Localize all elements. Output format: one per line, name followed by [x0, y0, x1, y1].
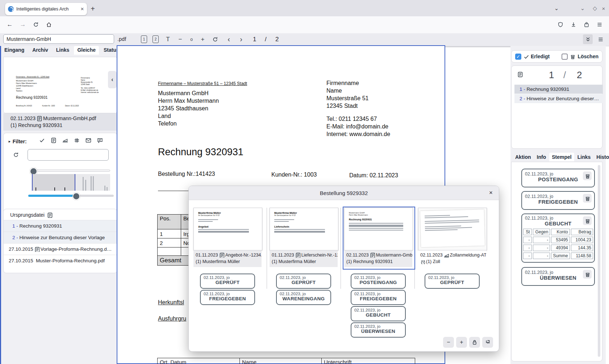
single-page-view-button[interactable]: 1: [139, 34, 149, 44]
browser-titlebar: Intelligentes digitales Arch ✕ + ⌄ ⌄ ◇ ×: [0, 0, 609, 16]
browser-navbar: ← → https://dms.spiraltrax.com Suchen: [0, 16, 609, 34]
right-tabs: Aktion Info Stempel Links Historie: [513, 153, 609, 161]
tab-eingang[interactable]: Eingang: [1, 46, 28, 55]
tab-stempel[interactable]: Stempel: [549, 153, 574, 161]
thumbnail-caption[interactable]: 02.11.2023Mustermann-Gmb… (1) Rechnung 9…: [344, 250, 412, 267]
page-list-item-selected[interactable]: 1 - Rechnung 9320931: [514, 85, 603, 94]
scanner-filter-icon[interactable]: [62, 137, 68, 144]
zoom-out-button[interactable]: −: [175, 34, 185, 44]
thumbnail-lieferschein[interactable]: Musterfirma Müller Ihr Servicepartner fü…: [270, 208, 338, 250]
tab-title: Intelligentes digitales Arch: [16, 7, 78, 12]
delete-stamp-button[interactable]: [583, 172, 592, 180]
stamp-posteingang[interactable]: 02.11.2023, jo POSTEINGANG: [351, 274, 406, 289]
forward-button[interactable]: →: [17, 19, 28, 30]
filter-expand-arrow-icon[interactable]: ►: [8, 140, 11, 143]
minimize-button[interactable]: ⌄: [577, 3, 588, 13]
mini-doc-company: Musterfirma Müller: [274, 212, 334, 214]
prev-page-button[interactable]: ‹: [224, 34, 234, 44]
stamp-geprueft[interactable]: 02.11.2023, jo GEPRÜFT: [425, 274, 480, 289]
next-page-button[interactable]: ›: [236, 34, 246, 44]
app-toolbar: .pdf 1 2 T − o + ‹ › 1 / 2: [0, 33, 609, 46]
filter-reload-icon[interactable]: [13, 152, 20, 159]
back-button[interactable]: ←: [4, 19, 15, 30]
stamp-posteingang[interactable]: 02.11.2023, jo POSTEINGANG: [521, 169, 595, 187]
app-menu-icon[interactable]: [596, 34, 605, 44]
chat-filter-icon[interactable]: [97, 137, 103, 144]
document-filter-icon[interactable]: [51, 137, 57, 144]
tab-links[interactable]: Links: [53, 46, 73, 55]
extensions-icon[interactable]: [581, 19, 592, 30]
stamp-ueberwiesen[interactable]: 02.11.2023, jo ÜBERWIESEN: [521, 267, 595, 286]
tab-aktion[interactable]: Aktion: [513, 153, 534, 161]
downloads-icon[interactable]: [568, 19, 579, 30]
stamp-gebucht[interactable]: 02.11.2023, jo GEBUCHT St Gegen Konto Be…: [521, 213, 595, 263]
range-slider-handle[interactable]: [72, 192, 80, 200]
loeschen-checkbox[interactable]: [562, 54, 568, 60]
delete-stamp-button[interactable]: [583, 194, 592, 203]
file-list-item-selected[interactable]: 02.11.2023Mustermann-GmbH.pdf (1) Rechnu…: [3, 113, 117, 131]
thumbnail-zollanmeldung[interactable]: [418, 208, 487, 250]
stamp-gebucht[interactable]: 02.11.2023, jo GEBUCHT: [351, 306, 406, 321]
tab-archiv[interactable]: Archiv: [29, 46, 51, 55]
filter-text-input[interactable]: [28, 149, 109, 161]
home-button[interactable]: [43, 19, 54, 30]
thumbnail-rechnung-selected[interactable]: Mustermann GmbH Herrn Max Mustermann Rec…: [344, 208, 413, 250]
rotate-icon[interactable]: [210, 34, 220, 44]
doc-meta-order: Bestellung Nr.:141423: [158, 171, 215, 177]
stamp-freigegeben[interactable]: 02.11.2023, jo FREIGEGEBEN: [200, 290, 255, 305]
tab-gleiche[interactable]: Gleiche: [74, 46, 99, 55]
source-page-item[interactable]: 1 - Rechnung 9320931: [4, 220, 117, 232]
stamps-scrollbar[interactable]: [598, 165, 600, 357]
tab-info[interactable]: Info: [534, 153, 549, 161]
tab-historie[interactable]: Historie: [594, 153, 609, 161]
source-file-item[interactable]: 27.10.2015Vorlage-Proforma-Rechnung.d…: [4, 243, 117, 255]
delete-stamp-button[interactable]: [583, 270, 592, 279]
source-page-item[interactable]: 2 - Hinweise zur Benutzung dieser Vorlag…: [4, 232, 117, 243]
preview-meta: Kunden-Nr.: 1003: [42, 105, 55, 107]
close-window-button[interactable]: ×: [598, 3, 609, 13]
column-divider: [341, 208, 341, 289]
zoom-slider-track[interactable]: [32, 170, 110, 172]
tab-close-icon[interactable]: ✕: [80, 7, 84, 12]
collapse-panel-button[interactable]: ‹: [108, 71, 117, 88]
dock-icon[interactable]: [482, 337, 493, 348]
zoom-reset-button[interactable]: o: [187, 34, 196, 44]
stamp-geprueft[interactable]: 02.11.2023, jo GEPRÜFT: [200, 274, 255, 289]
zoom-in-button[interactable]: +: [198, 34, 208, 44]
text-tool-button[interactable]: T: [163, 34, 173, 44]
stamp-ueberwiesen[interactable]: 02.11.2023, jo ÜBERWIESEN: [351, 322, 406, 338]
stamp-wareneingang[interactable]: 02.11.2023, jo WARENEINGANG: [276, 290, 331, 305]
stamp-geprueft[interactable]: 02.11.2023, jo GEPRÜFT: [276, 274, 331, 289]
histogram-selected-range: [32, 174, 75, 191]
modal-zoom-out-button[interactable]: −: [443, 337, 454, 348]
browser-tab[interactable]: Intelligentes digitales Arch ✕: [5, 3, 87, 15]
new-tab-button[interactable]: +: [88, 4, 98, 14]
menu-icon[interactable]: [594, 19, 605, 30]
checkmark-filter-icon[interactable]: [39, 137, 45, 144]
reload-button[interactable]: [30, 19, 41, 30]
grid-filter-icon[interactable]: [74, 137, 80, 144]
thumbnail-caption[interactable]: 02.11.2023Zollanmeldung-AT… (1) Zoll: [418, 250, 486, 267]
thumbnail-angebot[interactable]: Musterfirma Müller Ihr Servicepartner fü…: [193, 208, 262, 250]
source-file-item[interactable]: 27.10.2015 Muster-Proforma-Rechnung.pdf: [4, 255, 117, 266]
preview-title: Rechnung 9320931: [16, 96, 70, 100]
shield-icon[interactable]: [555, 19, 566, 30]
left-sidebar: Eingang Archiv Links Gleiche Status Firm…: [1, 46, 120, 364]
double-chevron-down-icon[interactable]: [583, 34, 593, 44]
stamp-freigegeben[interactable]: 02.11.2023, jo FREIGEGEBEN: [521, 191, 595, 210]
modal-close-icon[interactable]: ×: [487, 189, 495, 197]
filename-input[interactable]: [3, 34, 114, 44]
two-page-view-button[interactable]: 2: [151, 34, 160, 44]
mail-filter-icon[interactable]: [85, 137, 92, 144]
list-tabs-chevron-icon[interactable]: ⌄: [551, 3, 562, 13]
delete-stamp-button[interactable]: [583, 216, 592, 225]
thumbnail-caption[interactable]: 01.11.2023Lieferschein-Nr.-12… (1) Muste…: [270, 250, 338, 267]
modal-zoom-in-button[interactable]: +: [456, 337, 467, 348]
lock-icon[interactable]: [469, 337, 480, 348]
modal-header[interactable]: Bestellung 5929332 ×: [189, 186, 499, 200]
erledigt-checkbox[interactable]: ✓: [515, 54, 521, 60]
page-list-item[interactable]: 2 - Hinweise zur Benutzung dieser Vo…: [514, 94, 603, 103]
thumbnail-caption[interactable]: 01.11.2023Angebot-Nr.-1234.pdf (1) Muste…: [193, 250, 262, 267]
stamp-freigegeben[interactable]: 02.11.2023, jo FREIGEGEBEN: [351, 290, 406, 305]
tab-links[interactable]: Links: [575, 153, 593, 161]
